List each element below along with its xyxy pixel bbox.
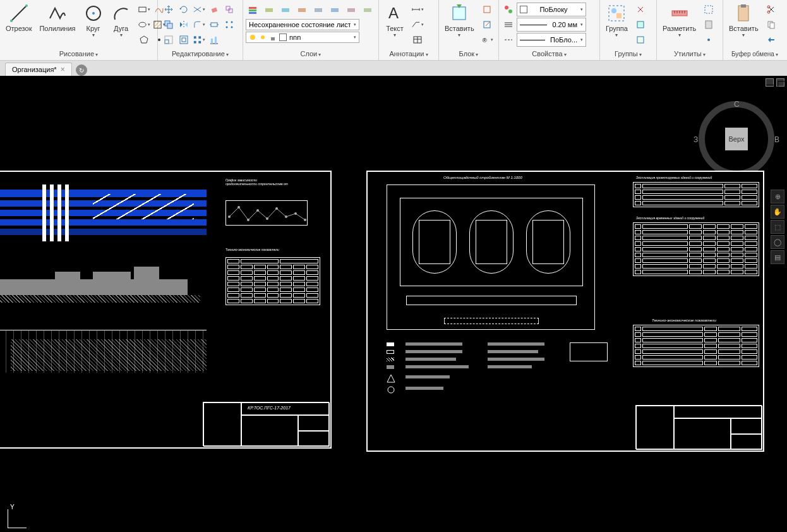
tek-title-2: Технико-экономические показатели [652,318,716,322]
rotate-button[interactable] [177,3,191,16]
svg-rect-20 [165,40,169,44]
panel-properties-title[interactable]: Свойства [502,49,597,59]
ungroup-button[interactable] [634,3,647,16]
svg-rect-58 [706,21,712,28]
scale-button[interactable] [162,33,176,47]
circle-button[interactable]: Круг ▾ [80,1,107,40]
copy-clip-button[interactable] [764,18,778,32]
match-props-button[interactable] [502,3,515,16]
line-button[interactable]: Отрезок [3,1,35,34]
explode-button[interactable] [222,3,236,16]
panel-properties: ПоБлоку ▾ 0.20 мм ▾ ПоБло... ▾ [499,0,600,60]
chevron-down-icon: ▾ [742,32,745,38]
panel-utilities-title[interactable]: Утилиты [659,49,720,59]
steering-wheel-button[interactable]: ⊕ [771,190,784,203]
file-tab-active[interactable]: Организация* × [5,63,72,76]
layer-prev-button[interactable] [328,3,342,17]
layer-iso-button[interactable] [311,3,325,17]
svg-rect-32 [249,12,256,14]
chart-title: График зависимости продолжительности стр… [225,178,289,186]
quick-calc-button[interactable] [702,18,716,32]
panel-draw-title[interactable]: Рисование [3,49,155,59]
stretch-button[interactable] [207,18,221,32]
layer-off-button[interactable] [262,3,276,17]
panel-annotations: A Текст ▾ ▾ ▾ Аннотации [379,0,439,60]
svg-point-18 [226,27,228,28]
zoom-extents-button[interactable]: ⬚ [771,220,784,234]
pan-button[interactable]: ✋ [771,205,784,219]
layer-freeze-button[interactable] [279,3,292,17]
polyline-button[interactable]: Полилиния [36,1,78,34]
table-button[interactable] [411,33,424,47]
lineweight-combo[interactable]: 0.20 мм ▾ [517,18,586,32]
chevron-down-icon: ▾ [354,22,356,27]
drawing-sheet-1: График зависимости продолжительности стр… [0,171,332,449]
layer-match-button[interactable] [344,3,358,17]
layer-lock-button[interactable] [295,3,309,17]
create-block-button[interactable] [480,3,494,16]
drawing-canvas[interactable]: — ☐ Верх С З В ⊕ ✋ ⬚ ◯ ▤ [0,76,787,532]
panel-block: Вставить ▾ ®▾ Блок [439,0,499,60]
match-button[interactable] [764,33,778,47]
lw-button[interactable] [502,18,515,32]
dimension-button[interactable]: ▾ [411,3,424,16]
mirror-button[interactable] [177,18,191,32]
viewcube-top-label: Верх [729,135,745,143]
polygon-button[interactable] [137,33,151,47]
lineweight-preview [520,25,547,25]
copy-button[interactable] [162,18,176,32]
showmotion-button[interactable]: ▤ [771,250,784,264]
viewcube-top[interactable]: Верх [725,128,748,150]
paste-button[interactable]: Вставить ▾ [726,1,762,40]
panel-clipboard-title[interactable]: Буфер обмена [726,49,784,59]
arc-button[interactable]: Дуга ▾ [108,1,135,40]
close-icon[interactable]: × [61,65,65,74]
group-edit-button[interactable] [634,18,647,32]
array-button[interactable] [222,18,236,32]
move-button[interactable] [162,3,176,16]
ellipse-button[interactable]: ▾ [137,18,151,32]
id-point-button[interactable] [702,33,716,47]
rectangle-button[interactable]: ▾ [137,3,151,16]
layer-props-button[interactable] [246,3,260,17]
layer-state-combo[interactable]: Несохраненное состояние листа ▾ [246,19,359,30]
align-button[interactable] [207,33,221,47]
panel-groups-title[interactable]: Группы [603,49,654,59]
insert-block-button[interactable]: Вставить ▾ [442,1,478,40]
panel-edit-title[interactable]: Редактирование [160,49,240,59]
layer-current-combo[interactable]: nnn ▾ [246,32,359,43]
leader-button[interactable]: ▾ [411,18,424,32]
svg-point-67 [237,206,240,209]
edit-block-button[interactable] [480,18,494,32]
line-icon [9,3,29,23]
chevron-down-icon: ▾ [394,32,396,38]
group-button[interactable]: Группа ▾ [603,1,631,40]
orbit-button[interactable]: ◯ [771,235,784,249]
cut-button[interactable] [764,3,778,16]
trim-button[interactable]: ▾ [192,3,206,16]
arrayrect-button[interactable]: ▾ [192,33,206,47]
fillet-button[interactable]: ▾ [192,18,206,32]
erase-button[interactable] [207,3,221,16]
svg-point-2 [25,4,28,7]
viewcube[interactable]: Верх С З В [699,101,774,177]
select-all-button[interactable] [702,3,716,16]
linetype-combo[interactable]: ПоБло... ▾ [517,33,586,47]
panel-block-title[interactable]: Блок [442,49,496,59]
svg-text:A: A [388,4,399,21]
tek-table-2 [633,325,759,367]
text-button[interactable]: A Текст ▾ [381,1,408,40]
panel-layers-title[interactable]: Слои [246,49,376,59]
tab-recycle-button[interactable]: ↻ [76,64,87,76]
offset-button[interactable] [177,33,191,47]
color-combo[interactable]: ПоБлоку ▾ [517,3,586,16]
panel-annotations-title[interactable]: Аннотации [381,49,436,59]
svg-point-17 [231,21,233,23]
layer-state-button[interactable] [361,3,375,17]
group-select-button[interactable] [634,33,647,47]
maximize-viewport-button[interactable]: ☐ [776,78,784,87]
measure-button[interactable]: Разметить ▾ [659,1,699,40]
attr-button[interactable]: ®▾ [480,33,494,47]
minimize-viewport-button[interactable]: — [766,78,774,87]
lt-button[interactable] [502,33,515,47]
